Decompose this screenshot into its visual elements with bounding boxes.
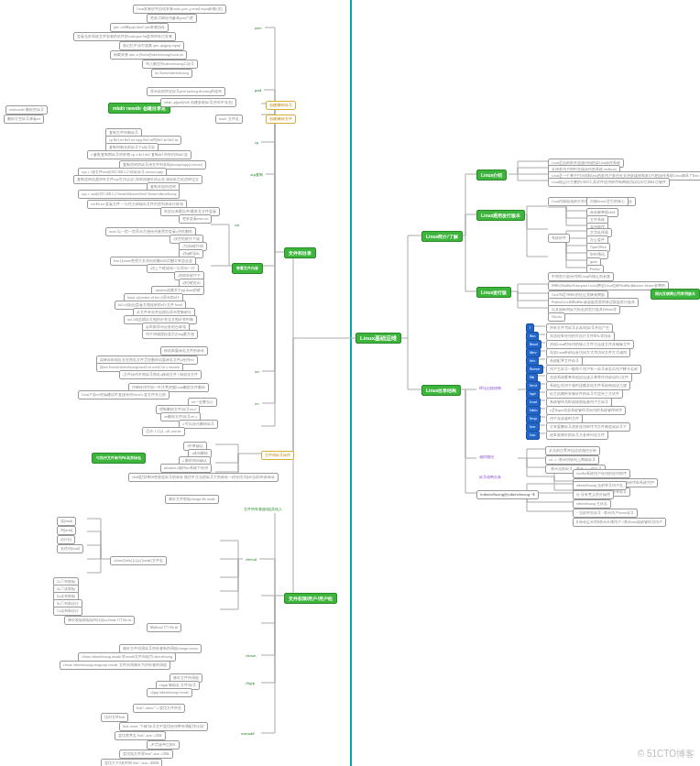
mv-item: -文件操作不同目录同名=移动文件 | 保留存文件 <box>119 370 202 379</box>
rm-node: rm <box>252 400 262 408</box>
special-node: 文件或目录操作 <box>261 451 294 460</box>
useradd-node: useradd <box>238 730 257 738</box>
cp-item: -r 参数复制两目录所有项 cp -r dir1 dir2 复制dir1所有内到… <box>87 150 191 159</box>
cat-node: cat <box>232 222 242 229</box>
format-node: 目录结构分类 <box>476 474 504 481</box>
chmod-roles: 文件所有者|群组|其他人 <box>241 506 285 513</box>
format-item: /usr/bin系统用户使用的应用程序 <box>573 469 630 478</box>
chmod-cmd: chmod [who] [+|-|=] [mode] 文件名 <box>110 556 167 565</box>
distro-sub: 内核kernel是它的核心 <box>586 197 629 206</box>
mainpoint-node: 理论层级结构 <box>476 385 504 392</box>
yum-item: rpm -ivh/Mysql-client*.rpm安装指令 <box>110 23 169 32</box>
fedora-item: Ubuntu <box>548 312 565 322</box>
user-prompt-node: /roberto/huang@robertohuang:~$ <box>476 490 539 499</box>
mkdir-item: mkdir -p(path)/a/b 创建多级目录(所有不存在) <box>160 98 236 107</box>
rm-item: Linux下面rm谨慎建议不直接使用force/-r查文件关心的 <box>78 390 170 399</box>
user-item: roberto/huang 当前登录用户名 <box>573 481 627 490</box>
chmod-ex: Mid/mod 777 file.txt <box>147 623 181 632</box>
user-item: ~ 当前所在目录 ~表示用户home目录 <box>573 509 638 518</box>
mkdir-node: 创建/删除目录 <box>266 101 296 110</box>
special-item: shell查找PATH变量里目录的命令 路径不含当前目录下的命令一样使用./指示… <box>128 473 279 482</box>
intro-node: Linux简介/了解 <box>421 231 463 242</box>
chmod-ex: 7=读写和执行 <box>53 607 82 616</box>
special-highlight: 可执行文件标为PA高亮绿色 <box>92 453 146 464</box>
dir-node: Linux目录结构 <box>421 385 461 396</box>
pwd-node: pwd <box>252 87 264 94</box>
yum-item: 写入解压到robertohuang工目录 <box>142 60 198 69</box>
what-node: Linux介绍 <box>476 170 507 181</box>
relpath-item: 从当前位置开始描述路径分析 <box>545 446 600 455</box>
chgrp-node: chgrp <box>243 680 257 687</box>
yum-item: tar /home/robertohuang <box>151 69 192 78</box>
watermark: © 51CTO博客 <box>638 748 695 761</box>
yum-item: 更多详细使用参考yum百度 <box>147 14 197 23</box>
chown-item: chown robertohuang:newgroup newdir 文件归属修… <box>60 661 170 670</box>
yum-item: 查看当前系统文件安装的软件的sudo yum list查询所有已安装 <box>73 32 176 41</box>
distro-item: 系统软件 <box>548 234 570 243</box>
yum-node: yum <box>252 25 265 32</box>
special-item: absolute+相对bin系统下使用 <box>160 464 212 473</box>
chmod-row: 执行[x] <box>57 535 75 544</box>
touch-item: touch 文件名 <box>215 115 243 124</box>
cat-item: 更多查看man cat <box>179 214 212 224</box>
user-item: @ 没有意义的分隔符 <box>573 490 614 499</box>
useradd-item: 查找表意名 find / -size +100k <box>115 731 166 740</box>
view-node: 查看文件内容 <box>232 263 263 274</box>
chgrp-item: chgrp robertohuang newdir <box>147 688 192 697</box>
scp-item: 复制远程机器所有文件scp/方法认证(本例加服务机认证 源目标主机远程过去 <box>73 175 202 184</box>
chmod-row: 无任何[mod] <box>57 544 83 553</box>
user-item: $ 命令提示符$表示普通用户 #表示root超级管理员用户 <box>573 518 666 527</box>
fedora-tag: 国内互联网公司常用版本 <box>651 289 700 300</box>
mv-node: mv <box>252 368 262 376</box>
distro-item: 不同发行版使用同Linux内核区别甚微 <box>548 272 614 281</box>
useradd-item: 查找大于3及时间 find / -size +3000k <box>101 759 162 766</box>
perm-node: 文件权限/用户/用户组 <box>284 593 337 604</box>
filedir-node: 文件和目录 <box>284 247 316 258</box>
chmod-row: 写[write] <box>57 526 76 535</box>
yum-item: Linux安装软件自动安装sudo yum -y install mysql依赖… <box>133 5 226 14</box>
useradd-item: 找对文件find <box>101 713 128 722</box>
chmod-node: chmod <box>243 556 259 564</box>
mkdir-item: 删除非空目录请看rm <box>4 115 44 124</box>
pwd-text: 显示目前所在目录print working directory的缩写 <box>147 87 225 96</box>
fedora-node: Linux发行版 <box>476 287 511 298</box>
touch-node: 创建/删除文件 <box>266 115 296 124</box>
dir-text: 经常被修改的目录含各种日志文件 <box>546 431 608 440</box>
distro-node: Linux通用发行版本 <box>476 210 525 221</box>
chmod-ex: 修改权限权限缩写比如=chmod 777 file.txt <box>64 616 135 625</box>
mv-item: 移动和重命名文件的命令 <box>160 346 208 356</box>
useradd-item: 查找地文件展find / -size +100k <box>119 750 173 759</box>
relpath-node: 相对路径 <box>476 454 497 461</box>
chmod-desc: 修改文件权限change file mode <box>165 495 219 504</box>
what-item: Linux能运行主要的UNIX工具软件应用程序和网络协议以32位和64位硬件 <box>548 178 670 187</box>
mkdir-item: rmdir=mdir 删除空目录 <box>5 105 48 115</box>
view-item: 用于持续跟踪查后台log最方便 <box>142 330 198 339</box>
scp-item: scp -r root@192.168.1.2:/home/oldrouter/… <box>78 190 180 199</box>
yum-item: 若记忆不清可搜索 rpm -qa|grep mysql <box>119 41 184 50</box>
root-node: Linux基础运维 <box>355 333 401 344</box>
yum-item: 卸载安装 rpm -e [/home]/robertohuang/name.ta… <box>110 50 187 60</box>
dir-tag: /var <box>526 431 540 440</box>
scp-node: scp复制 <box>247 171 266 179</box>
center-divider <box>350 0 352 766</box>
chown-node: chown <box>243 652 259 660</box>
useradd-item: find -name "千峰"目录文中查找使用带有通配符比如* <box>119 722 208 731</box>
relpath-item: cd ../../表示切换到上两级目录 <box>545 455 599 465</box>
rm-item: 语法: f -f [-r] .-all -one.txt <box>142 427 185 436</box>
chmod-row: 读[read] <box>57 517 76 526</box>
useradd-item: -不后接单位则K <box>147 740 180 750</box>
useradd-item: find / -name * -i 查找文件所在 <box>133 704 185 713</box>
user-item: robertohuang 主机名 <box>573 499 611 509</box>
cp-node: cp <box>252 139 261 147</box>
